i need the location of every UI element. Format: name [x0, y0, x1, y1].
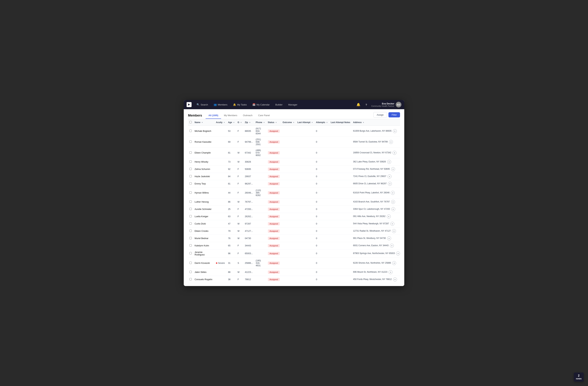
add-row-button[interactable]: +	[393, 151, 397, 155]
tab-my-members[interactable]: My Members	[221, 112, 240, 119]
row-checkbox[interactable]	[189, 278, 192, 280]
row-checkbox[interactable]	[189, 271, 192, 273]
help-button[interactable]: ?	[363, 102, 369, 107]
cell-attempts: 0	[315, 166, 329, 173]
cell-age: 25	[227, 206, 236, 213]
cell-name: Luther Herzog	[193, 198, 214, 206]
nav-calendar[interactable]: 📅 My Calendar	[250, 102, 272, 107]
row-checkbox-cell[interactable]	[188, 258, 193, 269]
row-checkbox-cell[interactable]	[188, 180, 193, 188]
add-row-button[interactable]: +	[391, 207, 395, 211]
add-row-button[interactable]: +	[393, 129, 397, 133]
row-checkbox[interactable]	[189, 222, 192, 225]
row-checkbox[interactable]	[189, 252, 192, 254]
add-row-button[interactable]: +	[389, 140, 393, 144]
nav-builder[interactable]: Builder	[273, 102, 285, 107]
col-header-last-attempt[interactable]: Last Attempt ▼	[296, 119, 315, 126]
row-checkbox[interactable]	[189, 230, 192, 232]
row-checkbox[interactable]	[189, 244, 192, 247]
row-checkbox[interactable]	[189, 208, 192, 210]
col-header-g[interactable]: G ▼	[236, 119, 244, 126]
notes-fab[interactable]: 2 notes	[574, 372, 584, 382]
col-header-name[interactable]: Name ▼	[193, 119, 214, 126]
select-all-header[interactable]	[188, 119, 193, 126]
add-row-button[interactable]: +	[388, 174, 392, 178]
add-row-button[interactable]: +	[391, 200, 395, 204]
row-checkbox-cell[interactable]	[188, 137, 193, 148]
cell-notes	[329, 213, 352, 220]
add-row-button[interactable]: +	[391, 191, 395, 195]
col-header-outcome[interactable]: Outcome ▼	[281, 119, 296, 126]
cell-status: Assigned	[266, 206, 281, 213]
row-checkbox-cell[interactable]	[188, 173, 193, 180]
add-row-button[interactable]: +	[392, 261, 396, 265]
add-row-button[interactable]: +	[388, 182, 392, 186]
add-row-button[interactable]: +	[387, 160, 391, 164]
row-checkbox[interactable]	[189, 182, 192, 185]
nav-members[interactable]: 👥 Members	[211, 102, 230, 107]
assign-button[interactable]: Assign	[373, 112, 387, 118]
notification-button[interactable]: 🔔	[356, 102, 361, 107]
add-row-button[interactable]: +	[390, 222, 394, 226]
nav-search[interactable]: 🔍 Search	[194, 102, 210, 107]
cell-notes	[329, 137, 352, 148]
row-checkbox-cell[interactable]	[188, 220, 193, 228]
row-checkbox-cell[interactable]	[188, 166, 193, 173]
add-row-button[interactable]: +	[387, 214, 391, 218]
cell-name: Henry Wisoky	[193, 158, 214, 166]
row-checkbox[interactable]	[189, 192, 192, 194]
cell-zip: 34443	[243, 242, 254, 249]
row-checkbox-cell[interactable]	[188, 228, 193, 235]
row-checkbox[interactable]	[189, 175, 192, 177]
row-checkbox-cell[interactable]	[188, 198, 193, 206]
col-header-attempts[interactable]: Attempts ▼	[315, 119, 329, 126]
col-header-zip[interactable]: Zip ▼	[243, 119, 254, 126]
row-checkbox[interactable]	[189, 141, 192, 143]
row-checkbox-cell[interactable]	[188, 235, 193, 242]
cell-name: Roman Kassulke	[193, 137, 214, 148]
user-info[interactable]: Eva Decker Community Health Partner ED	[371, 102, 401, 107]
row-checkbox-cell[interactable]	[188, 269, 193, 276]
tab-outreach[interactable]: Outreach	[240, 112, 255, 119]
select-all-checkbox[interactable]	[189, 121, 192, 123]
add-row-button[interactable]: +	[387, 236, 391, 240]
row-checkbox-cell[interactable]	[188, 126, 193, 137]
row-checkbox-cell[interactable]	[188, 206, 193, 213]
row-checkbox-cell[interactable]	[188, 158, 193, 166]
table-row: Jeramie Rodriguez 96 F 65003... Assigned…	[188, 249, 400, 258]
row-checkbox[interactable]	[189, 130, 192, 132]
col-header-status[interactable]: Status ▼	[266, 119, 281, 126]
nav-tasks[interactable]: 🔔 My Tasks	[231, 102, 249, 107]
row-checkbox-cell[interactable]	[188, 242, 193, 249]
row-checkbox[interactable]	[189, 200, 192, 203]
tab-care-panel[interactable]: Care Panel	[255, 112, 273, 119]
add-row-button[interactable]: +	[389, 270, 393, 274]
add-row-button[interactable]: +	[391, 167, 395, 171]
row-checkbox-cell[interactable]	[188, 188, 193, 198]
col-header-address[interactable]: Address ▼	[352, 119, 400, 126]
add-row-button[interactable]: +	[392, 229, 396, 233]
add-row-button[interactable]: +	[390, 244, 394, 248]
row-checkbox[interactable]	[189, 262, 192, 264]
row-checkbox[interactable]	[189, 168, 192, 170]
col-header-phone[interactable]: Phone ▼	[254, 119, 266, 126]
cell-acuity	[214, 242, 227, 249]
tab-all[interactable]: All (1005)	[206, 112, 221, 119]
row-checkbox[interactable]	[189, 237, 192, 239]
col-header-notes[interactable]: Last Attempt Notes	[329, 119, 352, 126]
row-checkbox[interactable]	[189, 151, 192, 154]
nav-manager[interactable]: Manager	[286, 102, 299, 107]
col-header-age[interactable]: Age ▼	[227, 119, 236, 126]
row-checkbox-cell[interactable]	[188, 213, 193, 220]
col-header-acuity[interactable]: Acuity ▼	[214, 119, 227, 126]
row-checkbox[interactable]	[189, 160, 192, 163]
row-checkbox-cell[interactable]	[188, 249, 193, 258]
cell-last-attempt	[296, 166, 315, 173]
row-checkbox[interactable]	[189, 215, 192, 217]
row-checkbox-cell[interactable]	[188, 276, 193, 283]
add-row-button[interactable]: +	[393, 278, 397, 281]
add-row-button[interactable]: +	[396, 252, 400, 256]
filter-button[interactable]: Filter	[388, 112, 400, 117]
row-checkbox-cell[interactable]	[188, 148, 193, 158]
status-badge: Assigned	[268, 129, 280, 133]
